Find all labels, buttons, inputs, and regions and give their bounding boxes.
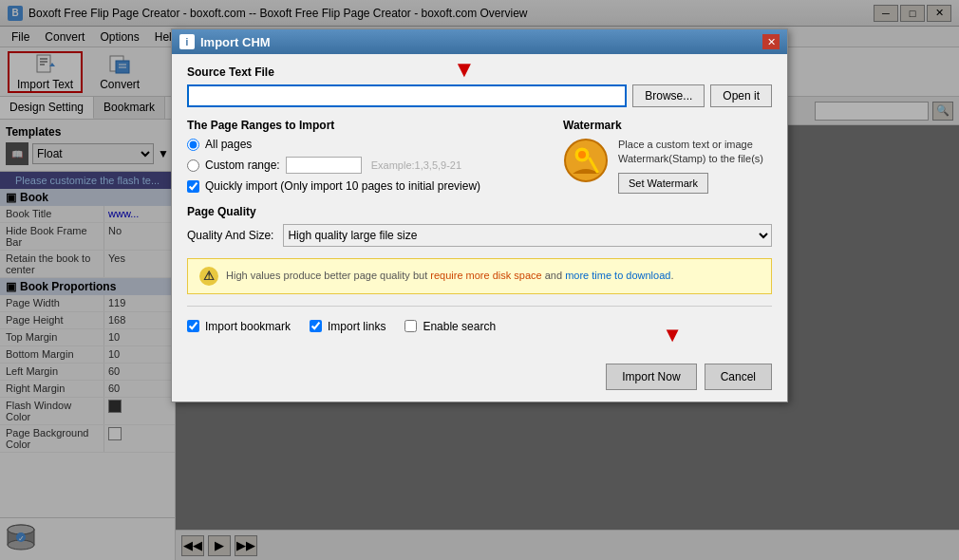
warning-icon: ⚠ — [199, 267, 218, 286]
warning-highlight-1: require more disk space — [430, 270, 541, 281]
import-bookmark-checkbox[interactable] — [187, 320, 199, 332]
example-text: Example:1,3,5,9-21 — [371, 159, 461, 171]
all-pages-radio[interactable] — [187, 139, 199, 151]
warning-highlight-2: more time to download — [565, 270, 670, 281]
quality-select[interactable]: High quality large file size Normal qual… — [283, 224, 772, 247]
warning-text-1: High values produce better page quality … — [226, 270, 430, 281]
modal-close-button[interactable]: ✕ — [762, 34, 780, 49]
page-quality-section: Page Quality Quality And Size: High qual… — [187, 205, 772, 247]
open-it-button[interactable]: Open it — [710, 84, 772, 107]
modal-title-bar: i Import CHM ✕ — [172, 29, 787, 54]
enable-search-label: Enable search — [423, 320, 496, 333]
modal-title: Import CHM — [200, 35, 757, 49]
import-chm-modal: i Import CHM ✕ Source Text File ▼ Browse… — [171, 28, 788, 402]
quality-row: Quality And Size: High quality large fil… — [187, 224, 772, 247]
checkbox-group: Import bookmark Import links Enable sear… — [187, 314, 772, 333]
quick-import-checkbox[interactable] — [187, 180, 199, 193]
warning-box: ⚠ High values produce better page qualit… — [187, 258, 772, 294]
import-links-checkbox[interactable] — [310, 320, 322, 332]
source-label: Source Text File — [187, 65, 772, 79]
file-path-input[interactable] — [187, 84, 627, 107]
quality-and-size-label: Quality And Size: — [187, 229, 273, 242]
cancel-button[interactable]: Cancel — [705, 364, 772, 390]
enable-search-checkbox[interactable] — [404, 320, 417, 332]
svg-point-17 — [578, 151, 586, 159]
watermark-description: Place a custom text or image Watermark(S… — [618, 138, 772, 167]
modal-footer: ▼ Import Now Cancel — [172, 356, 787, 401]
browse-button[interactable]: Browse... — [632, 84, 705, 107]
watermark-label: Watermark — [563, 119, 772, 132]
page-range-section: The Page Ranges to Import All pages Cust… — [187, 119, 544, 194]
custom-range-label: Custom range: — [205, 159, 280, 172]
modal-icon: i — [179, 34, 195, 49]
two-col-section: The Page Ranges to Import All pages Cust… — [187, 119, 772, 194]
warning-text: High values produce better page quality … — [226, 269, 673, 283]
import-now-button[interactable]: Import Now — [606, 364, 696, 390]
import-links-label: Import links — [328, 320, 385, 333]
warning-text-2: and — [542, 270, 565, 281]
warning-text-3: . — [670, 270, 673, 281]
import-bookmark-row: Import bookmark — [187, 320, 291, 333]
enable-search-row: Enable search — [404, 320, 496, 333]
watermark-info: Place a custom text or image Watermark(S… — [618, 138, 772, 194]
all-pages-row: All pages — [187, 138, 544, 151]
custom-range-input[interactable] — [286, 157, 362, 174]
quick-import-label: Quickly import (Only import 10 pages to … — [205, 179, 480, 193]
page-quality-label: Page Quality — [187, 205, 772, 218]
separator — [187, 306, 772, 307]
set-watermark-button[interactable]: Set Watermark — [618, 173, 708, 194]
custom-range-radio[interactable] — [187, 159, 199, 172]
all-pages-label: All pages — [205, 138, 252, 151]
import-links-row: Import links — [310, 320, 385, 333]
page-ranges-label: The Page Ranges to Import — [187, 119, 544, 132]
modal-overlay: i Import CHM ✕ Source Text File ▼ Browse… — [0, 0, 959, 560]
quick-import-row: Quickly import (Only import 10 pages to … — [187, 179, 544, 193]
import-bookmark-label: Import bookmark — [205, 320, 291, 333]
watermark-content: Place a custom text or image Watermark(S… — [563, 138, 772, 194]
modal-body: Source Text File ▼ Browse... Open it The… — [172, 54, 787, 356]
watermark-section: Watermark Place a cus — [563, 119, 772, 194]
custom-range-row: Custom range: Example:1,3,5,9-21 — [187, 157, 544, 174]
watermark-logo — [563, 138, 609, 183]
file-input-row: ▼ Browse... Open it — [187, 84, 772, 107]
